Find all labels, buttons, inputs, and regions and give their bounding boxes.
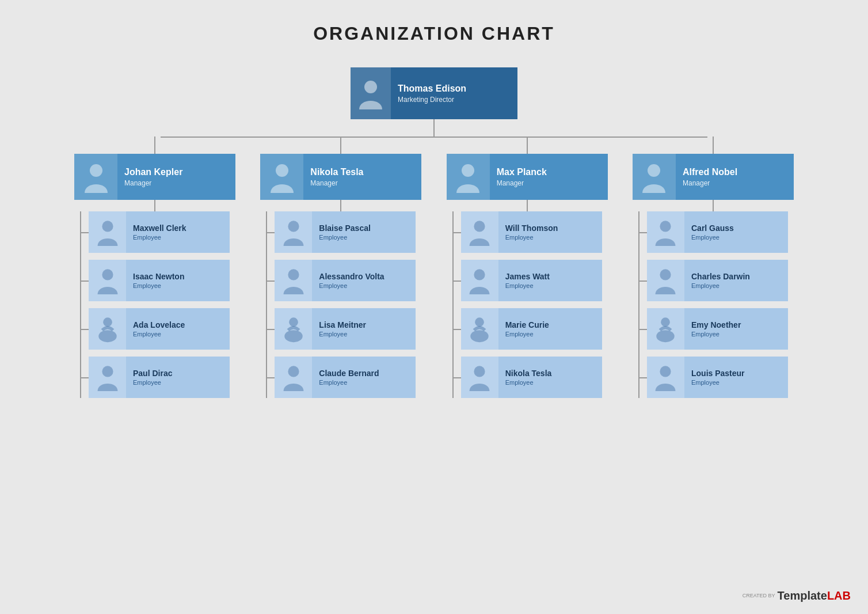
svg-point-21 [660, 269, 671, 280]
manager-card-2: Nikola Tesla Manager [260, 154, 421, 200]
svg-point-7 [276, 164, 288, 177]
emp-card-3-3: Nikola Tesla Employee [461, 357, 602, 398]
col-3: Max Planck Manager [438, 137, 616, 398]
col1-vline [154, 137, 155, 154]
emp3-3-name: Nikola Tesla [505, 369, 552, 378]
emp4-2-avatar [647, 308, 684, 350]
col-2: Nikola Tesla Manager [252, 137, 430, 398]
h-connector-row: Johan Kepler Manager [66, 137, 802, 398]
emp-card-2-0: Blaise Pascal Employee [275, 211, 416, 253]
emp4-3-role: Employee [691, 379, 745, 386]
emp3-1-avatar [461, 260, 498, 301]
emp-row-4-1: Charles Darwin Employee [647, 260, 788, 301]
svg-point-16 [475, 317, 484, 327]
emp1-3-role: Employee [133, 379, 172, 386]
emp4-0-role: Employee [691, 234, 734, 241]
page-title: ORGANIZATION CHART [313, 23, 555, 44]
employees-list-3: Will Thomson Employee [444, 211, 611, 398]
emp2-1-info: Alessandro Volta Employee [312, 272, 391, 290]
manager4-name: Alfred Nobel [683, 166, 737, 177]
emp1-2-name: Ada Lovelace [133, 320, 185, 330]
col-4: Alfred Nobel Manager [624, 137, 802, 398]
top-avatar [351, 67, 391, 119]
manager3-role: Manager [497, 179, 547, 187]
manager3-name: Max Planck [497, 166, 547, 177]
manager4-avatar [633, 154, 676, 200]
emp4-3-info: Louis Pasteur Employee [684, 369, 752, 386]
emp-row-1-3: Paul Dirac Employee [89, 357, 230, 398]
svg-point-17 [470, 330, 488, 342]
emp4-3-name: Louis Pasteur [691, 369, 745, 378]
emp-card-2-1: Alessandro Volta Employee [275, 260, 416, 301]
svg-point-6 [102, 366, 113, 377]
emp1-2-info: Ada Lovelace Employee [126, 320, 192, 338]
svg-point-9 [288, 269, 299, 280]
emp-card-2-3: Claude Bernard Employee [275, 357, 416, 398]
manager4-role: Manager [683, 179, 737, 187]
emp3-1-role: Employee [505, 282, 550, 289]
svg-point-5 [98, 330, 116, 342]
svg-point-10 [289, 317, 298, 327]
watermark-brand: TemplateLAB [778, 589, 851, 602]
emp4-2-name: Emy Noether [691, 320, 741, 330]
emp-row-4-3: Louis Pasteur Employee [647, 357, 788, 398]
manager-card-3: Max Planck Manager [447, 154, 608, 200]
col2-vline [340, 137, 341, 154]
emp3-0-name: Will Thomson [505, 223, 558, 233]
mgr3-vline [527, 200, 528, 211]
top-info: Thomas Edison Marketing Director [391, 83, 473, 103]
emp2-1-role: Employee [319, 282, 384, 289]
emp2-0-info: Blaise Pascal Employee [312, 223, 378, 241]
svg-point-18 [474, 366, 485, 377]
emp-row-1-1: Isaac Newton Employee [89, 260, 230, 301]
emp-row-2-1: Alessandro Volta Employee [275, 260, 416, 301]
emp1-0-avatar [89, 211, 126, 253]
emp-row-1-2: Ada Lovelace Employee [89, 308, 230, 350]
manager1-role: Manager [124, 179, 182, 187]
emp4-0-name: Carl Gauss [691, 223, 734, 233]
emp2-1-name: Alessandro Volta [319, 272, 384, 282]
emp-card-1-2: Ada Lovelace Employee [89, 308, 230, 350]
emp-card-2-2: Lisa Meitner Employee [275, 308, 416, 350]
emp1-1-avatar [89, 260, 126, 301]
emp-card-1-0: Maxwell Clerk Employee [89, 211, 230, 253]
top-h-line [161, 137, 707, 138]
emp-card-1-3: Paul Dirac Employee [89, 357, 230, 398]
emp1-0-info: Maxwell Clerk Employee [126, 223, 193, 241]
emp4-1-avatar [647, 260, 684, 301]
columns-row: Johan Kepler Manager [66, 137, 802, 398]
emp-card-3-1: James Watt Employee [461, 260, 602, 301]
emp-card-3-2: Marie Curie Employee [461, 308, 602, 350]
col-1: Johan Kepler Manager [66, 137, 244, 398]
employees-list-2: Blaise Pascal Employee [257, 211, 424, 398]
top-name: Thomas Edison [398, 83, 466, 94]
emp4-0-info: Carl Gauss Employee [684, 223, 741, 241]
emp2-3-avatar [275, 357, 312, 398]
emp3-0-role: Employee [505, 234, 558, 241]
emp-card-4-1: Charles Darwin Employee [647, 260, 788, 301]
manager1-info: Johan Kepler Manager [117, 166, 189, 187]
watermark-lab: LAB [827, 589, 851, 602]
emp1-1-role: Employee [133, 282, 184, 289]
svg-point-24 [660, 366, 671, 377]
emp-row-4-0: Carl Gauss Employee [647, 211, 788, 253]
emp2-2-avatar [275, 308, 312, 350]
svg-point-13 [462, 164, 474, 177]
emp3-3-info: Nikola Tesla Employee [498, 369, 559, 386]
emp1-1-info: Isaac Newton Employee [126, 272, 191, 290]
emp-card-4-0: Carl Gauss Employee [647, 211, 788, 253]
manager2-avatar [260, 154, 303, 200]
emp1-3-info: Paul Dirac Employee [126, 369, 179, 386]
svg-point-3 [102, 269, 113, 280]
emp-card-1-1: Isaac Newton Employee [89, 260, 230, 301]
emp1-0-role: Employee [133, 234, 186, 241]
emp-card-4-2: Emy Noether Employee [647, 308, 788, 350]
emp4-1-info: Charles Darwin Employee [684, 272, 757, 290]
emp-row-3-0: Will Thomson Employee [461, 211, 602, 253]
manager3-avatar [447, 154, 490, 200]
emp3-2-avatar [461, 308, 498, 350]
emp3-2-role: Employee [505, 331, 549, 338]
emp4-2-info: Emy Noether Employee [684, 320, 748, 338]
emp3-3-avatar [461, 357, 498, 398]
emp4-2-role: Employee [691, 331, 741, 338]
